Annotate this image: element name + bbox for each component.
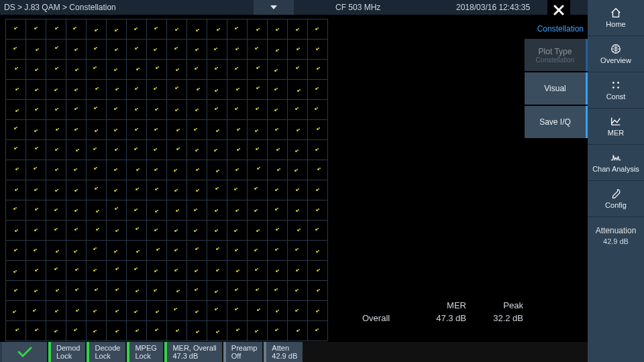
constellation-point <box>176 147 180 151</box>
constellation-point <box>295 107 299 111</box>
constellation-point <box>14 289 17 292</box>
status-ok-indicator[interactable] <box>0 342 47 362</box>
constellation-point <box>94 47 97 50</box>
constellation-grid <box>5 19 327 341</box>
constellation-point <box>195 48 199 52</box>
status-block-line2: Lock <box>135 352 158 360</box>
constellation-point <box>93 310 97 313</box>
constellation-point <box>75 68 78 72</box>
constellation-point <box>176 209 179 213</box>
sidebar-item-mer[interactable]: MER <box>588 109 644 145</box>
constellation-point <box>275 128 278 131</box>
sidebar-item-label: MER <box>608 129 624 137</box>
status-block-line1: Decode <box>95 344 120 352</box>
constellation-point <box>316 188 319 192</box>
submenu-item-plot-type[interactable]: Plot Type Constellation <box>525 39 588 71</box>
status-block-line2: 47.3 dB <box>172 352 216 360</box>
constellation-point <box>35 269 38 272</box>
constellation-point <box>156 248 160 251</box>
constellation-point <box>175 109 178 112</box>
sidebar-attenuation[interactable]: Attenuation 42.9 dB <box>588 217 644 253</box>
constellation-point <box>235 288 238 292</box>
status-block-5[interactable]: Atten42.9 dB <box>264 342 303 362</box>
constellation-point <box>134 27 138 31</box>
svg-point-2 <box>617 82 619 84</box>
constellation-point <box>154 148 157 152</box>
constellation-point <box>95 288 98 292</box>
constellation-point <box>34 229 38 232</box>
constellation-point <box>235 67 238 70</box>
constellation-point <box>174 249 178 252</box>
constellation-point <box>236 88 239 91</box>
status-block-line1: MER, Overall <box>172 344 216 352</box>
constellation-point <box>114 189 117 192</box>
constellation-point <box>316 310 319 313</box>
constellation-point <box>235 27 238 30</box>
close-button[interactable] <box>547 0 570 20</box>
constellation-point <box>135 87 138 90</box>
constellation-point <box>274 88 278 91</box>
submenu-item-sublabel: Constellation <box>536 56 575 64</box>
svg-point-1 <box>612 82 614 84</box>
constellation-point <box>95 87 99 90</box>
constellation-point <box>136 168 140 172</box>
constellation-point <box>93 269 97 272</box>
sidebar-item-chan-analysis[interactable]: Chan Analysis <box>588 145 644 181</box>
sidebar-item-config[interactable]: Config <box>588 181 644 217</box>
status-block-line2: Lock <box>56 352 80 360</box>
constellation-point <box>295 248 299 251</box>
constellation-point <box>297 89 301 93</box>
constellation-point <box>176 290 180 293</box>
submenu-item-save-iq[interactable]: Save I/Q <box>525 106 588 138</box>
sidebar-item-const[interactable]: Const <box>588 72 644 109</box>
sidebar-item-label: Home <box>606 20 625 28</box>
constellation-point <box>315 27 319 31</box>
sidebar-item-overview[interactable]: Overview <box>588 36 644 72</box>
spectrum-icon <box>610 152 622 164</box>
sidebar-item-home[interactable]: Home <box>588 0 644 36</box>
constellation-point <box>317 168 321 171</box>
constellation-point <box>276 310 279 313</box>
constellation-point <box>315 107 318 111</box>
constellation-point <box>56 128 59 131</box>
readout-peak-value: 32.2 dB <box>466 313 523 323</box>
constellation-point <box>74 189 78 192</box>
constellation-point <box>15 88 19 91</box>
constellation-point <box>96 210 99 213</box>
submenu-title: Constellation <box>525 21 588 39</box>
constellation-point <box>216 170 219 173</box>
constellation-point <box>34 27 38 30</box>
constellation-point <box>214 48 217 51</box>
status-block-3[interactable]: MER, Overall47.3 dB <box>164 342 221 362</box>
constellation-point <box>96 228 99 231</box>
submenu-item-visual[interactable]: Visual <box>525 72 588 105</box>
constellation-point <box>13 310 16 314</box>
constellation-point <box>93 247 97 251</box>
status-block-0[interactable]: DemodLock <box>48 342 85 362</box>
constellation-point <box>235 249 238 252</box>
constellation-point <box>275 208 278 211</box>
constellation-point <box>194 229 197 233</box>
constellation-point <box>55 67 58 70</box>
constellation-point <box>54 267 58 271</box>
status-block-2[interactable]: MPEGLock <box>127 342 163 362</box>
constellation-point <box>214 149 217 152</box>
constellation-point <box>93 330 97 333</box>
constellation-plot[interactable] <box>5 19 327 341</box>
constellation-point <box>174 47 178 50</box>
constellation-point <box>215 229 218 233</box>
constellation-point <box>15 188 18 192</box>
status-block-4[interactable]: PreampOff <box>223 342 263 362</box>
constellation-point <box>176 68 179 72</box>
constellation-point <box>195 269 198 273</box>
constellation-point <box>14 249 17 252</box>
constellation-point <box>254 209 258 213</box>
constellation-point <box>297 229 301 232</box>
constellation-point <box>234 188 237 191</box>
constellation-point <box>155 328 158 332</box>
constellation-point <box>296 28 299 32</box>
top-dropdown[interactable] <box>254 0 294 15</box>
status-block-line1: Preamp <box>231 344 258 352</box>
constellation-point <box>194 208 197 212</box>
status-block-1[interactable]: DecodeLock <box>87 342 125 362</box>
